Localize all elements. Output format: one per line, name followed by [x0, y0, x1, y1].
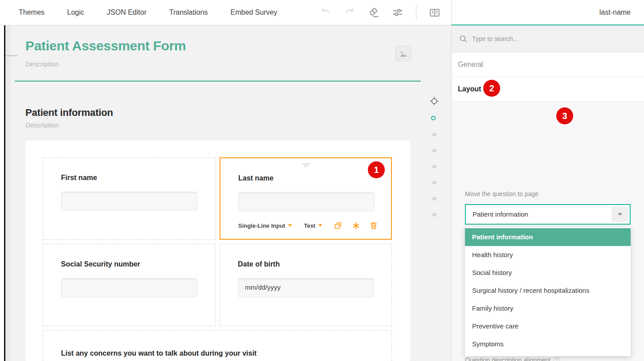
callout-badge-2: 2: [483, 80, 500, 97]
preview-button[interactable]: [429, 7, 440, 18]
delete-icon: [369, 221, 378, 230]
page-title[interactable]: Patient information: [25, 107, 113, 119]
help-icon[interactable]: ?: [553, 357, 560, 361]
question-last-name-selected[interactable]: Last name Single-Line Input Text: [220, 157, 392, 240]
toolbox-handle[interactable]: [5, 55, 17, 56]
eraser-button[interactable]: [368, 7, 379, 18]
delete-button[interactable]: [369, 221, 378, 230]
locate-page-icon: [429, 96, 440, 107]
chevron-down-icon: [288, 224, 292, 227]
dropdown-value: Patient information: [473, 205, 528, 224]
page-dot[interactable]: [432, 165, 436, 168]
dob-placeholder: mm/dd/yyyy: [238, 279, 374, 291]
required-toggle-button[interactable]: [351, 221, 360, 230]
collapsed-toolbox-edge[interactable]: [4, 25, 5, 361]
survey-title[interactable]: Patient Assessment Form: [25, 38, 186, 53]
tab-logic[interactable]: Logic: [67, 8, 84, 16]
callout-badge-3: 3: [556, 107, 573, 124]
duplicate-icon: [334, 221, 342, 230]
toolbar-tabs: Themes Logic JSON Editor Translations Em…: [19, 0, 277, 25]
question-concerns[interactable]: List any concerns you want to talk about…: [43, 330, 392, 361]
locate-page-button[interactable]: [429, 96, 440, 107]
question-title: First name: [61, 174, 97, 182]
preview-icon: [429, 7, 440, 19]
question-dob[interactable]: Date of birth mm/dd/yyyy: [220, 244, 392, 326]
first-name-input[interactable]: [61, 192, 197, 211]
question-ssn[interactable]: Social Security number: [43, 244, 216, 326]
settings-icon: [392, 7, 404, 18]
section-label: General: [458, 61, 483, 69]
page-dot[interactable]: [432, 197, 436, 201]
option-preventive-care[interactable]: Preventive care: [465, 317, 631, 335]
move-question-label: Move the question to page: [465, 190, 538, 197]
duplicate-button[interactable]: [334, 221, 342, 230]
move-question-dropdown[interactable]: Patient information: [465, 204, 631, 225]
add-logo-button[interactable]: [395, 46, 411, 62]
last-name-input[interactable]: [238, 192, 375, 211]
chevron-down-icon: [618, 213, 622, 216]
option-surgical-history[interactable]: Surgical history / recent hospitalizatio…: [465, 282, 631, 299]
input-type-selector[interactable]: Text: [304, 222, 315, 229]
toolbar-divider: [416, 4, 416, 21]
question-title: Last name: [238, 174, 273, 182]
ssn-input[interactable]: [61, 278, 197, 297]
dropdown-button[interactable]: [611, 207, 628, 222]
question-type-selector[interactable]: Single-Line Input: [238, 222, 285, 229]
question-title: Social Security number: [61, 260, 140, 268]
question-title: List any concerns you want to talk about…: [61, 349, 257, 357]
tab-json-editor[interactable]: JSON Editor: [107, 8, 147, 16]
drag-handle-icon[interactable]: [302, 163, 310, 167]
required-icon: [352, 222, 360, 230]
page-dot[interactable]: [432, 213, 436, 217]
toolbar-actions: [320, 0, 440, 25]
page-dot[interactable]: [432, 133, 436, 136]
page-dot-current[interactable]: [431, 116, 436, 120]
question-title: Date of birth: [238, 260, 280, 268]
description-alignment-label: Question description alignment ?: [465, 357, 560, 361]
page-options-list: Patient information Health history Socia…: [465, 227, 631, 356]
property-search: [452, 25, 644, 53]
survey-description[interactable]: Description: [25, 60, 59, 68]
tab-embed-survey[interactable]: Embed Survey: [231, 8, 277, 16]
question-first-name[interactable]: First name: [43, 157, 216, 240]
section-label: Layout: [458, 85, 481, 93]
property-grid-panel: General Layout Move the question to page…: [451, 25, 644, 361]
redo-icon: [344, 7, 355, 18]
top-toolbar: Themes Logic JSON Editor Translations Em…: [0, 0, 451, 25]
redo-button[interactable]: [344, 7, 355, 18]
chevron-down-icon: [318, 224, 322, 227]
search-icon: [459, 35, 468, 43]
selected-element-name: last-name: [599, 0, 631, 25]
option-social-history[interactable]: Social history: [465, 264, 631, 282]
page-description[interactable]: Description: [25, 121, 59, 129]
survey-creator-app: Themes Logic JSON Editor Translations Em…: [0, 0, 644, 361]
page-dot[interactable]: [432, 149, 436, 152]
undo-icon: [320, 7, 331, 18]
surface-left-shadow: [5, 25, 12, 361]
dob-input[interactable]: mm/dd/yyyy: [238, 278, 374, 297]
layout-section-content: Move the question to page Patient inform…: [452, 102, 644, 361]
image-placeholder-icon: [399, 49, 408, 58]
page-dot[interactable]: [432, 181, 436, 185]
panel-header: last-name: [451, 0, 644, 25]
tab-translations[interactable]: Translations: [169, 8, 208, 16]
eraser-icon: [368, 7, 379, 18]
search-input[interactable]: [472, 33, 632, 44]
survey-title-divider: [15, 81, 421, 82]
section-layout[interactable]: Layout: [452, 77, 644, 102]
question-adorner-toolbar: Single-Line Input Text: [238, 221, 378, 230]
settings-button[interactable]: [392, 7, 404, 18]
option-symptoms[interactable]: Symptoms: [465, 335, 631, 353]
option-health-history[interactable]: Health history: [465, 246, 631, 264]
option-patient-information[interactable]: Patient information: [465, 228, 631, 246]
undo-button[interactable]: [320, 7, 331, 18]
tab-themes[interactable]: Themes: [19, 8, 45, 16]
option-family-history[interactable]: Family history: [465, 299, 631, 317]
callout-badge-1: 1: [368, 161, 385, 178]
section-general[interactable]: General: [452, 53, 644, 77]
